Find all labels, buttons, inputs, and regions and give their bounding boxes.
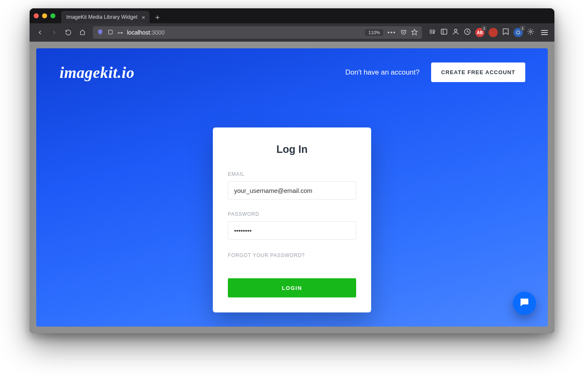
page-content: imagekit.io Don't have an account? CREAT…: [36, 48, 548, 327]
password-field[interactable]: [228, 221, 356, 240]
no-account-text: Don't have an account?: [345, 68, 419, 77]
address-right-icons: 110% •••: [365, 29, 418, 37]
bookmark-star-icon[interactable]: [411, 29, 418, 37]
svg-rect-0: [108, 30, 112, 34]
window-controls: [34, 13, 55, 18]
app-menu-button[interactable]: [539, 27, 550, 37]
email-label: EMAIL: [228, 171, 356, 177]
svg-rect-6: [441, 29, 447, 34]
address-left-icons: ⊶: [97, 29, 123, 36]
extension-adblock-icon[interactable]: AB 1: [475, 28, 484, 37]
svg-point-10: [517, 31, 520, 34]
nav-buttons: [34, 26, 89, 39]
viewport: imagekit.io Don't have an account? CREAT…: [30, 42, 554, 333]
url-host: localhost: [127, 29, 150, 36]
login-card: Log In EMAIL PASSWORD FORGOT YOUR PASSWO…: [213, 127, 371, 312]
browser-tab[interactable]: ImageKit Media Library Widget ×: [61, 11, 150, 23]
close-tab-icon[interactable]: ×: [142, 14, 145, 20]
minimize-window-button[interactable]: [42, 13, 47, 18]
login-button[interactable]: LOGIN: [228, 278, 356, 297]
svg-line-5: [434, 30, 435, 34]
header-right: Don't have an account? CREATE FREE ACCOU…: [345, 62, 525, 82]
password-label: PASSWORD: [228, 211, 356, 217]
shield-icon[interactable]: [97, 29, 103, 36]
url-text: localhost:3000: [127, 29, 165, 36]
tab-title: ImageKit Media Library Widget: [66, 14, 137, 20]
browser-window: ImageKit Media Library Widget × ＋: [30, 8, 554, 333]
back-button[interactable]: [34, 26, 46, 39]
history-icon[interactable]: [464, 28, 471, 37]
forgot-password-link[interactable]: FORGOT YOUR PASSWORD?: [228, 252, 305, 258]
titlebar: ImageKit Media Library Widget × ＋: [30, 8, 554, 23]
url-rest: :3000: [150, 29, 165, 36]
address-bar[interactable]: ⊶ localhost:3000 110% •••: [93, 26, 422, 39]
permissions-key-icon[interactable]: ⊶: [117, 30, 123, 36]
page-info-icon[interactable]: [107, 29, 113, 36]
extension-puzzle-icon[interactable]: 1: [514, 28, 523, 37]
extension-badge: 1: [520, 26, 525, 31]
browser-toolbar: ⊶ localhost:3000 110% •••: [30, 23, 554, 42]
home-button[interactable]: [76, 26, 89, 39]
reload-button[interactable]: [62, 26, 75, 39]
extension-gear-icon[interactable]: [527, 28, 534, 37]
card-title: Log In: [228, 143, 356, 155]
zoom-indicator[interactable]: 110%: [365, 29, 383, 36]
new-tab-button[interactable]: ＋: [150, 12, 165, 22]
library-icon[interactable]: [429, 28, 436, 37]
create-account-button[interactable]: CREATE FREE ACCOUNT: [431, 62, 525, 82]
forward-button[interactable]: [48, 26, 60, 39]
sidebar-icon[interactable]: [440, 28, 448, 37]
reader-pocket-icon[interactable]: [400, 29, 407, 37]
email-field[interactable]: [228, 181, 356, 200]
page-header: imagekit.io Don't have an account? CREAT…: [36, 48, 548, 82]
more-actions-icon[interactable]: •••: [387, 29, 396, 36]
maximize-window-button[interactable]: [50, 13, 55, 18]
extension-icons: AB 1 1: [426, 27, 550, 37]
extension-flag-icon[interactable]: [502, 28, 509, 37]
extension-tomato-icon[interactable]: [489, 28, 498, 37]
close-window-button[interactable]: [34, 13, 39, 18]
chat-widget-button[interactable]: [513, 292, 536, 315]
account-icon[interactable]: [452, 28, 459, 37]
logo: imagekit.io: [60, 63, 135, 82]
svg-point-8: [454, 29, 457, 32]
svg-marker-1: [412, 29, 417, 35]
chat-icon: [519, 297, 530, 310]
extension-badge: 1: [482, 26, 487, 31]
svg-point-11: [530, 31, 532, 33]
